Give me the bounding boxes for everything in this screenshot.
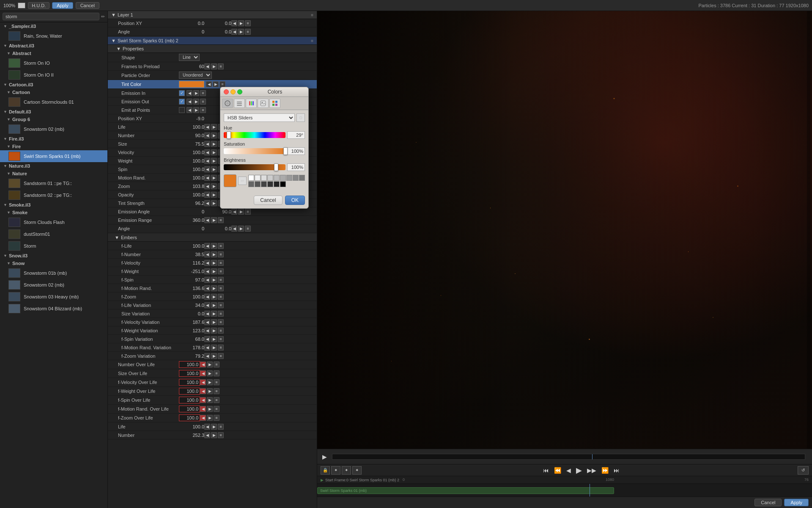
sidebar-group-snow[interactable]: ▼ Snow xyxy=(0,260,107,267)
sidebar-group-snow-file[interactable]: ▼ Snow.il3 xyxy=(0,252,107,260)
size-variation-mb[interactable]: ≡ xyxy=(218,311,224,317)
preset-swatch-15[interactable] xyxy=(280,181,286,187)
f-velocity-over-life-rb[interactable]: ▶ xyxy=(207,379,213,385)
f-motion-rand-variation-mb[interactable]: ≡ xyxy=(218,345,224,351)
sidebar-item-swirl-storm-sparks[interactable]: Swirl Storm Sparks 01 (mb) xyxy=(0,150,107,162)
sidebar-group-nature-file[interactable]: ▼ Nature.il3 xyxy=(0,162,107,170)
f-zoom-over-life-rb[interactable]: ▶ xyxy=(207,415,213,421)
hsb-mode-dropdown[interactable]: HSB Sliders xyxy=(224,113,295,122)
step-back-button[interactable]: ⏪ xyxy=(552,466,563,475)
f-number-rb[interactable]: ▶ xyxy=(211,251,217,257)
velocity-lb[interactable]: ◀ xyxy=(204,149,210,155)
f-velocity-variation-rb[interactable]: ▶ xyxy=(211,319,217,325)
f-spin-over-life-mb[interactable]: ≡ xyxy=(214,397,219,403)
angle-rb[interactable]: ▶ xyxy=(238,226,244,232)
saturation-slider-track[interactable] xyxy=(224,148,285,154)
f-weight-lb[interactable]: ◀ xyxy=(204,268,210,274)
zoom-rb[interactable]: ▶ xyxy=(211,183,217,189)
f-weight-mb[interactable]: ≡ xyxy=(218,268,224,274)
number-final-mb[interactable]: ≡ xyxy=(218,432,224,438)
f-motion-rand-mb[interactable]: ≡ xyxy=(218,285,224,291)
angle-mb[interactable]: ≡ xyxy=(245,226,251,232)
f-weight-variation-rb[interactable]: ▶ xyxy=(211,328,217,334)
next-frame-button[interactable]: ▶▶ xyxy=(585,466,598,475)
color-sliders-btn[interactable] xyxy=(234,99,245,108)
emission-range-mb[interactable]: ≡ xyxy=(218,217,224,223)
motion-rand-rb[interactable]: ▶ xyxy=(211,175,217,181)
preset-swatch-10[interactable] xyxy=(248,181,254,187)
emission-in-right-btn[interactable]: ▶ xyxy=(193,90,199,96)
f-zoom-over-life-lb[interactable]: ◀ xyxy=(200,415,206,421)
color-swatches-btn[interactable] xyxy=(269,99,280,108)
f-weight-over-life-rb[interactable]: ▶ xyxy=(207,388,213,394)
f-life-variation-lb[interactable]: ◀ xyxy=(204,302,210,308)
size-rb[interactable]: ▶ xyxy=(211,141,217,147)
tint-color-menu-btn[interactable]: ≡ xyxy=(219,81,225,87)
preset-swatch-3[interactable] xyxy=(261,175,267,181)
preset-swatch-6[interactable] xyxy=(280,175,286,181)
f-motion-rand-variation-lb[interactable]: ◀ xyxy=(204,345,210,351)
f-motion-rand-variation-rb[interactable]: ▶ xyxy=(211,345,217,351)
sidebar-item-storm[interactable]: Storm xyxy=(0,240,107,252)
frames-preload-left-btn[interactable]: ◀ xyxy=(204,64,210,69)
timeline-clip-bar[interactable]: Swirl Storm Sparks 01 (mb) xyxy=(317,487,614,494)
zoom-lb[interactable]: ◀ xyxy=(204,183,210,189)
emission-in-left-btn[interactable]: ◀ xyxy=(187,90,192,96)
cancel-button-top[interactable]: Cancel xyxy=(76,2,99,9)
tint-color-swatch[interactable] xyxy=(179,81,204,88)
f-spin-variation-rb[interactable]: ▶ xyxy=(211,336,217,342)
f-spin-rb[interactable]: ▶ xyxy=(211,277,217,283)
f-number-lb[interactable]: ◀ xyxy=(204,251,210,257)
apply-button-top[interactable]: Apply xyxy=(52,2,73,9)
sidebar-item-snowstorm04[interactable]: Snowstorm 04 Blizzard (mb) xyxy=(0,303,107,315)
skip-to-start-button[interactable]: ⏮ xyxy=(541,466,551,475)
shape-dropdown[interactable]: Line xyxy=(179,54,200,61)
f-weight-over-life-mb[interactable]: ≡ xyxy=(214,388,219,394)
emission-in-menu-btn[interactable]: ≡ xyxy=(200,90,206,96)
sidebar-group-default-file[interactable]: ▼ Default.il3 xyxy=(0,108,107,116)
life-lb[interactable]: ◀ xyxy=(204,124,210,130)
size-variation-lb[interactable]: ◀ xyxy=(204,311,210,317)
emit-at-points-menu-btn[interactable]: ≡ xyxy=(200,107,206,113)
prev-frame-button[interactable]: ◀ xyxy=(565,466,573,475)
eyedropper-button[interactable]: ✏ xyxy=(238,177,247,185)
sidebar-item-storm-on-io-ii[interactable]: Storm On IO II xyxy=(0,69,107,81)
sidebar-group-smoke[interactable]: ▼ Smoke xyxy=(0,209,107,216)
preset-swatch-12[interactable] xyxy=(261,181,267,187)
f-velocity-over-life-lb[interactable]: ◀ xyxy=(200,379,206,385)
f-velocity-lb[interactable]: ◀ xyxy=(204,260,210,266)
f-zoom-over-life-input[interactable] xyxy=(179,414,200,421)
sidebar-item-sandstorm01[interactable]: Sandstorm 01 ::pe TG:: xyxy=(0,177,107,189)
f-velocity-variation-lb[interactable]: ◀ xyxy=(204,319,210,325)
sidebar-item-snowstorm03[interactable]: Snowstorm 03 Heavy (mb) xyxy=(0,291,107,303)
tint-strength-rb[interactable]: ▶ xyxy=(211,200,217,206)
key-next-icon[interactable]: ✦ xyxy=(352,466,362,475)
key-remove-icon[interactable]: ✦ xyxy=(342,466,351,475)
preset-swatch-4[interactable] xyxy=(267,175,273,181)
preset-swatch-9[interactable] xyxy=(299,175,305,181)
dialog-minimize-button[interactable] xyxy=(230,89,236,94)
timeline-track-area[interactable]: Swirl Storm Sparks 01 (mb) xyxy=(317,484,812,497)
hue-value-input[interactable]: 29° xyxy=(287,131,305,139)
f-velocity-rb[interactable]: ▶ xyxy=(211,260,217,266)
number-over-life-lb[interactable]: ◀ xyxy=(200,362,206,367)
size-over-life-input[interactable] xyxy=(179,370,200,377)
life-final-mb[interactable]: ≡ xyxy=(218,424,224,430)
brightness-slider-thumb[interactable] xyxy=(274,163,278,171)
emission-angle-lb[interactable]: ◀ xyxy=(231,209,237,215)
emission-range-lb[interactable]: ◀ xyxy=(204,217,210,223)
preset-swatch-14[interactable] xyxy=(274,181,280,187)
spin-rb[interactable]: ▶ xyxy=(211,166,217,172)
position-xy-top-right-btn[interactable]: ▶ xyxy=(238,20,244,26)
emission-out-right-btn[interactable]: ▶ xyxy=(193,99,199,105)
opacity-rb[interactable]: ▶ xyxy=(211,192,217,198)
f-weight-variation-mb[interactable]: ≡ xyxy=(218,328,224,334)
f-weight-over-life-input[interactable] xyxy=(179,388,200,395)
tint-color-left-btn[interactable]: ◀ xyxy=(206,81,212,87)
layer-menu-icon[interactable]: ≡ xyxy=(311,13,313,17)
size-variation-rb[interactable]: ▶ xyxy=(211,311,217,317)
play-button[interactable]: ▶ xyxy=(321,453,329,461)
velocity-rb[interactable]: ▶ xyxy=(211,149,217,155)
sidebar-item-cartoon-stormclouds[interactable]: Cartoon Stormclouds 01 xyxy=(0,96,107,108)
emission-out-left-btn[interactable]: ◀ xyxy=(187,99,192,105)
